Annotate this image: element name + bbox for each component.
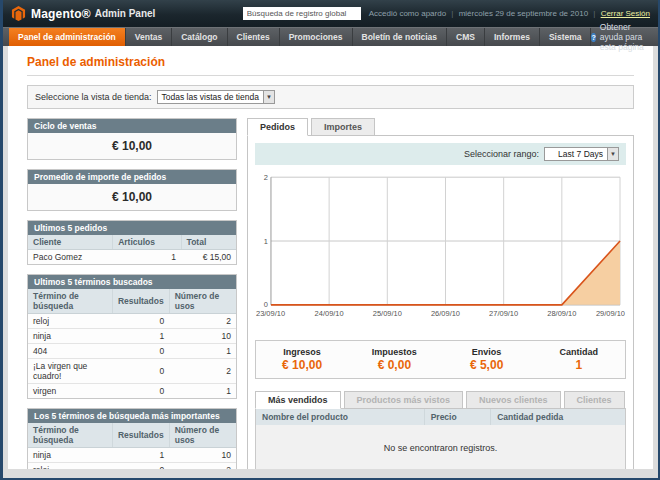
column-header[interactable]: Número de usos: [169, 289, 236, 314]
title-rule: [27, 75, 634, 76]
average-order-value: € 10,00: [28, 184, 236, 210]
nav-item[interactable]: Clientes: [228, 28, 280, 46]
footer-strip: [3, 469, 658, 480]
metric-value: € 0,00: [348, 358, 440, 372]
column-header[interactable]: Cantidad pedida: [491, 409, 626, 426]
nav-item[interactable]: Panel de administración: [9, 28, 126, 46]
admin-window: Magento® Admin Panel Accedió como apardo…: [0, 0, 660, 480]
card-title: Los 5 términos de búsqueda más important…: [28, 409, 236, 423]
bottom-tab[interactable]: Más vendidos: [255, 391, 341, 409]
svg-text:29/09/10: 29/09/10: [596, 309, 625, 318]
svg-text:23/09/10: 23/09/10: [256, 309, 285, 318]
svg-text:24/09/10: 24/09/10: [315, 309, 344, 318]
page-content: Panel de administración Seleccione la vi…: [8, 46, 653, 469]
logged-in-as: Accedió como apardo: [369, 9, 446, 18]
bottom-tab[interactable]: Clientes: [564, 391, 625, 409]
table-row[interactable]: 404 0 1: [28, 344, 236, 359]
dashboard-sidebar: Ciclo de ventas € 10,00 Promedio de impo…: [27, 118, 237, 469]
main-nav: Panel de administración Ventas Catálogo …: [3, 27, 658, 46]
last-search-terms-card: Ultimos 5 términos buscados Término de b…: [27, 274, 237, 399]
nav-menu: Panel de administración Ventas Catálogo …: [9, 28, 591, 46]
card-title: Promedio de importe de pedidos: [28, 170, 236, 184]
metric: Envios € 5,00: [441, 347, 533, 372]
metric-value: 1: [533, 358, 625, 372]
range-label: Seleccionar rango:: [464, 149, 539, 159]
column-header[interactable]: Total: [181, 235, 236, 250]
last-search-terms-table: Término de búsquedaResultadosNúmero de u…: [28, 289, 236, 398]
column-header[interactable]: Precio: [424, 409, 490, 426]
bottom-tab[interactable]: Productos más vistos: [344, 391, 464, 409]
card-title: Ultimos 5 pedidos: [28, 221, 236, 235]
empty-table-message: No se encontraron registros.: [256, 425, 626, 469]
page-title: Panel de administración: [27, 55, 634, 69]
column-header[interactable]: Cliente: [28, 235, 113, 250]
magento-logo-icon: [11, 6, 26, 21]
nav-item[interactable]: Boletín de noticias: [353, 28, 448, 46]
brand-name: Magento®: [31, 7, 91, 21]
chevron-down-icon: ▼: [263, 91, 274, 103]
table-row[interactable]: reloj 0 2: [28, 463, 236, 470]
column-header[interactable]: Articulos: [113, 235, 181, 250]
column-header[interactable]: Término de búsqueda: [28, 289, 112, 314]
metric: Ingresos € 10,00: [256, 347, 348, 372]
metrics-row: Ingresos € 10,00 Impuestos € 0,00 Envios: [255, 340, 626, 379]
card-title: Ultimos 5 términos buscados: [28, 275, 236, 289]
metric-label: Cantidad: [533, 347, 625, 357]
svg-text:28/09/10: 28/09/10: [547, 309, 576, 318]
nav-item[interactable]: Ventas: [126, 28, 172, 46]
store-view-label: Seleccione la vista de tienda:: [35, 92, 152, 102]
last-orders-card: Ultimos 5 pedidos ClienteArticulosTotal …: [27, 220, 237, 265]
metric-label: Ingresos: [256, 347, 348, 357]
bottom-tab[interactable]: Nuevos clientes: [466, 391, 561, 409]
current-date: miércoles 29 de septiembre de 2010: [459, 9, 588, 18]
metric: Impuestos € 0,00: [348, 347, 440, 372]
chevron-down-icon: ▼: [607, 148, 618, 160]
nav-item[interactable]: CMS: [447, 28, 485, 46]
brand-suffix: Admin Panel: [95, 8, 156, 19]
chart-tabs: Pedidos Importes: [247, 118, 634, 136]
store-view-select[interactable]: Todas las vistas de tienda ▼: [157, 90, 275, 104]
table-row[interactable]: virgen 0 1: [28, 384, 236, 399]
top-search-terms-table: Término de búsquedaResultadosNúmero de u…: [28, 423, 236, 469]
table-row[interactable]: ninja 1 10: [28, 448, 236, 463]
help-link[interactable]: ? Obtener ayuda para esta página: [591, 28, 658, 46]
column-header[interactable]: Número de usos: [169, 423, 236, 448]
average-order-card: Promedio de importe de pedidos € 10,00: [27, 169, 237, 211]
products-table: Nombre del productoPrecioCantidad pedida…: [255, 408, 626, 469]
table-row[interactable]: Paco Gomez 1 € 15,00: [28, 250, 236, 265]
range-bar: Seleccionar rango: Last 7 Days ▼: [255, 143, 626, 165]
orders-chart: 01223/09/1024/09/1025/09/1026/09/1027/09…: [255, 171, 626, 327]
svg-text:25/09/10: 25/09/10: [373, 309, 402, 318]
lifetime-sales-value: € 10,00: [28, 133, 236, 159]
svg-text:2: 2: [264, 173, 268, 182]
table-row[interactable]: ninja 1 10: [28, 329, 236, 344]
help-icon: ?: [591, 33, 595, 42]
store-view-bar: Seleccione la vista de tienda: Todas las…: [27, 85, 634, 109]
chart-tab[interactable]: Importes: [311, 118, 375, 136]
column-header[interactable]: Resultados: [112, 423, 169, 448]
svg-text:1: 1: [264, 237, 268, 246]
table-row[interactable]: ¡La virgen que cuadro! 0 2: [28, 359, 236, 384]
nav-item[interactable]: Informes: [485, 28, 540, 46]
table-row[interactable]: reloj 0 2: [28, 314, 236, 329]
global-search-input[interactable]: [243, 7, 361, 20]
column-header[interactable]: Término de búsqueda: [28, 423, 112, 448]
chart-tab[interactable]: Pedidos: [247, 118, 308, 136]
svg-text:26/09/10: 26/09/10: [431, 309, 460, 318]
dashboard-main: Pedidos Importes Seleccionar rango: Last…: [247, 118, 634, 469]
range-select[interactable]: Last 7 Days ▼: [544, 147, 619, 161]
top-header: Magento® Admin Panel Accedió como apardo…: [3, 0, 658, 27]
top-search-terms-card: Los 5 términos de búsqueda más important…: [27, 408, 237, 469]
metric-label: Impuestos: [348, 347, 440, 357]
svg-text:27/09/10: 27/09/10: [489, 309, 518, 318]
nav-item[interactable]: Promociones: [280, 28, 353, 46]
nav-item[interactable]: Catálogo: [172, 28, 227, 46]
column-header[interactable]: Resultados: [112, 289, 169, 314]
last-orders-table: ClienteArticulosTotal Paco Gomez 1 € 15,…: [28, 235, 236, 264]
logout-link[interactable]: Cerrar Sesión: [601, 9, 650, 18]
metric-value: € 5,00: [441, 358, 533, 372]
nav-item[interactable]: Sistema: [540, 28, 592, 46]
column-header[interactable]: Nombre del producto: [256, 409, 425, 426]
bottom-tabs: Más vendidos Productos más vistos Nuevos…: [255, 391, 626, 409]
help-label: Obtener ayuda para esta página: [600, 22, 648, 52]
